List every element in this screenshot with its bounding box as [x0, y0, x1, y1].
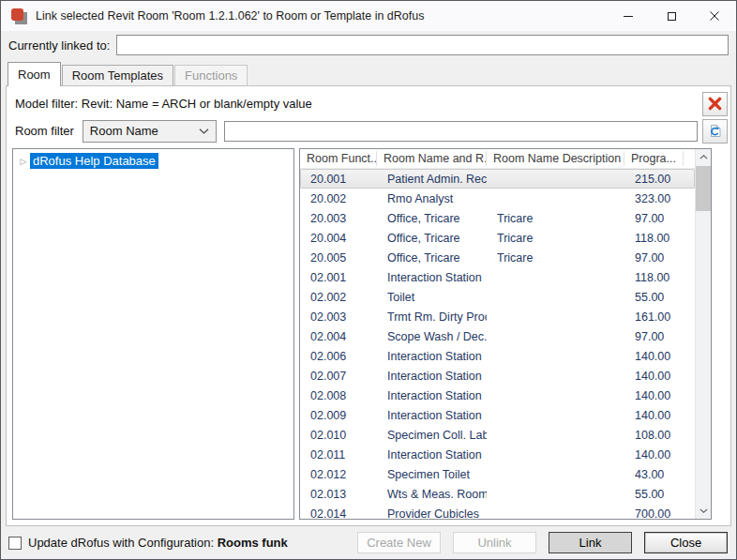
table-cell: Tricare: [487, 232, 624, 245]
table-cell: 02.002: [300, 291, 377, 304]
tree-view: ▷dRofus Help Database: [13, 153, 293, 169]
database-tree-panel[interactable]: ▷dRofus Help Database: [12, 148, 294, 520]
column-header-room-funct[interactable]: Room Funct...: [300, 151, 377, 166]
configuration-name: Rooms funk: [218, 536, 288, 550]
tree-item-label: dRofus Help Database: [30, 153, 158, 169]
room-table: Room Funct...Room Name and R...Room Name…: [300, 149, 695, 519]
minimize-button[interactable]: [607, 1, 650, 31]
tree-item[interactable]: ▷dRofus Help Database: [13, 153, 293, 169]
table-cell: Interaction Station: [377, 271, 487, 284]
table-cell: Trmt Rm. Dirty Proc.: [377, 310, 487, 324]
table-row[interactable]: 02.007Interaction Station140.00: [300, 366, 695, 386]
table-cell: 140.00: [624, 409, 684, 422]
chevron-down-icon: [199, 129, 209, 134]
tab-room[interactable]: Room: [8, 62, 61, 86]
table-cell: 20.001: [300, 173, 377, 186]
table-cell: Interaction Station: [377, 448, 487, 462]
close-icon: [710, 11, 719, 21]
table-cell: 02.012: [300, 468, 377, 481]
table-cell: Specimen Toilet: [377, 468, 487, 481]
table-cell: 02.006: [300, 350, 377, 363]
table-cell: Provider Cubicles: [377, 507, 487, 520]
scroll-up-icon: [699, 155, 708, 159]
table-cell: 140.00: [624, 370, 684, 383]
table-cell: 02.007: [300, 370, 377, 383]
close-button[interactable]: Close: [644, 532, 728, 553]
table-row[interactable]: 02.013Wts & Meas. Room55.00: [300, 484, 695, 504]
model-filter-text: Model filter: Revit: Name = ARCH or blan…: [12, 97, 702, 111]
table-cell: Tricare: [487, 251, 624, 265]
tab-room-templates[interactable]: Room Templates: [62, 65, 173, 85]
scroll-up-button[interactable]: [696, 149, 711, 165]
table-row[interactable]: 02.003Trmt Rm. Dirty Proc.161.00: [300, 307, 695, 326]
table-row[interactable]: 20.004Office, TricareTricare118.00: [300, 228, 695, 248]
update-configuration-label-text: Update dRofus with Configuration:: [28, 536, 218, 550]
table-cell: 140.00: [624, 350, 684, 363]
scroll-down-button[interactable]: [696, 503, 711, 519]
table-row[interactable]: 20.005Office, TricareTricare97.00: [300, 248, 695, 267]
refresh-button[interactable]: [702, 119, 728, 144]
table-cell: Interaction Station: [377, 350, 487, 363]
table-header: Room Funct...Room Name and R...Room Name…: [300, 149, 695, 169]
table-cell: 97.00: [624, 251, 684, 265]
table-row[interactable]: 02.002Toilet55.00: [300, 287, 695, 307]
table-cell: Specimen Coll. Lab: [377, 429, 487, 442]
footer-buttons: Create NewUnlinkLinkClose: [357, 532, 728, 553]
table-cell: 55.00: [624, 291, 684, 304]
room-filter-label: Room filter: [12, 124, 74, 138]
table-row[interactable]: 02.012Specimen Toilet43.00: [300, 464, 695, 484]
footer: Update dRofus with Configuration: Rooms …: [1, 526, 736, 559]
table-cell: Interaction Station: [377, 409, 487, 422]
drofus-app-icon: [11, 8, 27, 24]
room-filter-field-dropdown[interactable]: Room Name: [83, 120, 217, 143]
update-configuration-checkbox[interactable]: [8, 537, 22, 550]
table-cell: 43.00: [624, 468, 684, 481]
unlink-button[interactable]: Unlink: [453, 532, 536, 553]
table-cell: Wts & Meas. Room: [377, 488, 487, 501]
column-header-room-name-description[interactable]: Room Name Description: [487, 151, 624, 166]
table-row[interactable]: 02.004Scope Wash / Dec...97.00: [300, 326, 695, 346]
table-row[interactable]: 20.002Rmo Analyst323.00: [300, 189, 695, 208]
table-row[interactable]: 20.003Office, TricareTricare97.00: [300, 208, 695, 228]
table-cell: 02.011: [300, 448, 377, 462]
table-row[interactable]: 02.014Provider Cubicles700.00: [300, 504, 695, 519]
scroll-track[interactable]: [696, 165, 711, 503]
maximize-icon: [668, 12, 676, 21]
table-cell: 20.003: [300, 212, 377, 225]
minimize-icon: [624, 16, 633, 17]
table-cell: 97.00: [624, 212, 684, 225]
table-cell: Office, Tricare: [377, 232, 487, 245]
vertical-scrollbar[interactable]: [695, 149, 711, 519]
scroll-thumb[interactable]: [696, 166, 712, 211]
table-cell: Office, Tricare: [377, 212, 487, 225]
room-table-panel: Room Funct...Room Name and R...Room Name…: [299, 148, 712, 520]
tree-expander-icon[interactable]: ▷: [17, 157, 30, 166]
table-cell: Scope Wash / Dec...: [377, 330, 487, 343]
currently-linked-label: Currently linked to:: [8, 38, 110, 53]
table-row[interactable]: 02.008Interaction Station140.00: [300, 386, 695, 405]
table-row[interactable]: 02.011Interaction Station140.00: [300, 445, 695, 464]
table-row[interactable]: 02.001Interaction Station118.00: [300, 267, 695, 287]
table-row[interactable]: 02.006Interaction Station140.00: [300, 346, 695, 366]
maximize-button[interactable]: [650, 1, 693, 31]
create-new-button[interactable]: Create New: [357, 532, 441, 553]
table-cell: 20.004: [300, 232, 377, 245]
table-cell: Interaction Station: [377, 389, 487, 402]
table-row[interactable]: 02.010Specimen Coll. Lab108.00: [300, 425, 695, 445]
currently-linked-input[interactable]: [116, 35, 729, 55]
table-cell: 140.00: [624, 389, 684, 402]
table-row[interactable]: 02.009Interaction Station140.00: [300, 405, 695, 425]
table-cell: 118.00: [624, 232, 684, 245]
red-x-icon: [707, 96, 723, 112]
tab-functions[interactable]: Functions: [174, 65, 248, 85]
clear-filter-button[interactable]: [702, 92, 728, 116]
column-header-room-name-and-r[interactable]: Room Name and R...: [377, 151, 487, 166]
close-window-button[interactable]: [693, 1, 736, 31]
table-cell: Patient Admin. Rec...: [377, 173, 487, 186]
table-cell: 108.00: [624, 429, 684, 442]
column-header-progra[interactable]: Progra...: [624, 151, 684, 166]
table-cell: 02.010: [300, 429, 377, 442]
room-filter-input[interactable]: [224, 121, 698, 142]
table-row[interactable]: 20.001Patient Admin. Rec...215.00: [300, 169, 695, 189]
link-button[interactable]: Link: [549, 532, 632, 553]
